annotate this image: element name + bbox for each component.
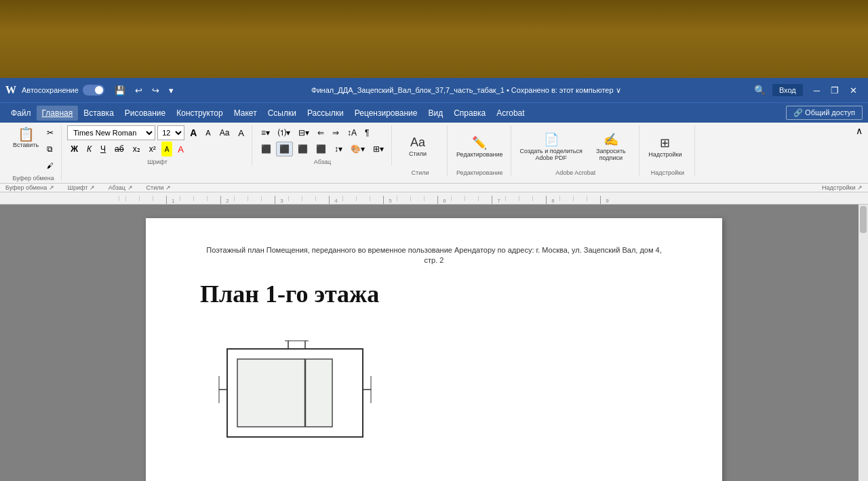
clear-format-button[interactable]: A — [235, 125, 248, 140]
align-center-button[interactable]: ⬛ — [276, 142, 293, 156]
paste-label: Вставить — [13, 142, 39, 148]
autosave-section: Автосохранение — [22, 85, 104, 96]
decrease-indent-button[interactable]: ⇐ — [314, 125, 328, 140]
menu-mailings[interactable]: Рассылки — [302, 106, 349, 121]
menu-design[interactable]: Конструктор — [171, 106, 228, 121]
cut-icon: ✂ — [47, 128, 54, 138]
save-button[interactable]: 💾 — [111, 84, 129, 97]
menu-insert[interactable]: Вставка — [78, 106, 119, 121]
menu-view[interactable]: Вид — [422, 106, 448, 121]
share-button[interactable]: 🔗 Общий доступ — [786, 106, 863, 120]
collapse-ribbon-button[interactable]: ∧ — [856, 125, 863, 136]
change-case-button[interactable]: Aa — [216, 125, 233, 140]
menu-file[interactable]: Файл — [5, 106, 37, 121]
minimize-button[interactable]: ─ — [808, 84, 825, 97]
addins-button[interactable]: ⊞ Надстройки — [645, 125, 686, 167]
styles-content: Aa Стили — [397, 125, 443, 167]
font-status[interactable]: Шрифт ↗ — [68, 184, 95, 191]
addins-icon: ⊞ — [660, 135, 670, 150]
grow-font-button[interactable]: A — [186, 125, 200, 140]
paragraph-group: ≡▾ ⑴▾ ⊟▾ ⇐ ⇒ ↕A ¶ ⬛ ⬛ ⬛ ⬛ ↕▾ 🎨▾ — [254, 125, 392, 165]
horizontal-ruler: 1 2 3 4 5 6 7 — [0, 192, 868, 205]
pdf-icon: 📄 — [544, 132, 559, 147]
doc-subtitle: Поэтажный план Помещения, переданного во… — [200, 245, 668, 266]
paragraph-mark-button[interactable]: ¶ — [361, 125, 372, 140]
underline-button[interactable]: Ч — [97, 142, 109, 156]
ribbon: 📋 Вставить ✂ ⧉ 🖌 Буфер обмена — [0, 123, 868, 184]
cut-button[interactable]: ✂ — [43, 125, 57, 140]
document-page[interactable]: Поэтажный план Помещения, переданного во… — [146, 218, 722, 481]
paragraph-status[interactable]: Абзац ↗ — [108, 184, 133, 191]
styles-status[interactable]: Стили ↗ — [146, 184, 171, 191]
font-color-button[interactable]: А — [174, 142, 187, 156]
redo-button[interactable]: ↪ — [149, 84, 163, 97]
menu-layout[interactable]: Макет — [229, 106, 262, 121]
title-right: 🔍 Вход — [750, 83, 803, 97]
font-family-select[interactable]: Times New Roman Arial Calibri — [67, 125, 155, 140]
addins-group: ⊞ Надстройки Надстройки — [641, 125, 695, 176]
subscript-button[interactable]: x₂ — [130, 142, 144, 156]
sort-button[interactable]: ↕A — [344, 125, 360, 140]
menu-review[interactable]: Рецензирование — [349, 106, 423, 121]
paste-icon: 📋 — [18, 127, 35, 141]
bullets-button[interactable]: ≡▾ — [258, 125, 273, 140]
italic-button[interactable]: К — [83, 142, 95, 156]
adobe-content: 📄 Создать и поделиться Adobe PDF ✍️ Запр… — [517, 125, 635, 167]
justify-button[interactable]: ⬛ — [313, 142, 330, 156]
shrink-font-button[interactable]: A — [202, 125, 214, 140]
menu-draw[interactable]: Рисование — [119, 106, 171, 121]
line-spacing-button[interactable]: ↕▾ — [331, 142, 346, 156]
font-label: Шрифт — [67, 158, 248, 165]
paste-button[interactable]: 📋 Вставить — [9, 125, 42, 150]
menu-references[interactable]: Ссылки — [262, 106, 302, 121]
window-controls: ─ ❐ ✕ — [808, 84, 863, 97]
editing-icon: ✏️ — [472, 135, 487, 150]
create-pdf-label: Создать и поделиться Adobe PDF — [520, 148, 583, 161]
scrollbar-thumb[interactable] — [860, 206, 867, 233]
font-size-select[interactable]: 12 10 14 16 — [157, 125, 184, 140]
styles-group: Aa Стили Стили — [393, 125, 448, 176]
copy-button[interactable]: ⧉ — [43, 142, 57, 156]
svg-rect-1 — [237, 359, 332, 427]
format-painter-button[interactable]: 🖌 — [43, 158, 57, 173]
increase-indent-button[interactable]: ⇒ — [329, 125, 342, 140]
multilevel-button[interactable]: ⊟▾ — [295, 125, 313, 140]
superscript-button[interactable]: x² — [146, 142, 159, 156]
addins-content: ⊞ Надстройки — [645, 125, 690, 167]
highlight-button[interactable]: А — [161, 142, 173, 156]
undo-button[interactable]: ↩ — [132, 84, 146, 97]
doc-heading: План 1-го этажа — [200, 280, 668, 308]
shading-button[interactable]: 🎨▾ — [347, 142, 368, 156]
menu-help[interactable]: Справка — [448, 106, 491, 121]
clipboard-status[interactable]: Буфер обмена ↗ — [5, 184, 54, 191]
styles-button[interactable]: Aa Стили — [397, 125, 438, 167]
menu-acrobat[interactable]: Acrobat — [491, 106, 530, 121]
addins-status[interactable]: Надстройки ↗ — [822, 184, 863, 191]
word-window: W Автосохранение 💾 ↩ ↪ ▾ Финал_ДДА_Зацеп… — [0, 78, 868, 481]
addins-label: Надстройки — [648, 151, 682, 158]
close-button[interactable]: ✕ — [844, 84, 863, 97]
editing-button[interactable]: ✏️ Редактирование — [453, 125, 507, 167]
editing-group: ✏️ Редактирование Редактирование — [449, 125, 511, 176]
borders-button[interactable]: ⊞▾ — [370, 142, 387, 156]
document-area[interactable]: Поэтажный план Помещения, переданного во… — [0, 205, 868, 481]
clipboard-group: 📋 Вставить ✂ ⧉ 🖌 Буфер обмена — [5, 125, 62, 182]
bezel-top — [0, 0, 868, 78]
numbering-button[interactable]: ⑴▾ — [275, 125, 294, 140]
align-left-button[interactable]: ⬛ — [258, 142, 275, 156]
align-right-button[interactable]: ⬛ — [294, 142, 311, 156]
customize-qat-button[interactable]: ▾ — [165, 84, 177, 97]
signin-button[interactable]: Вход — [772, 84, 803, 96]
vertical-scrollbar[interactable] — [859, 205, 868, 481]
bold-button[interactable]: Ж — [67, 142, 81, 156]
search-button[interactable]: 🔍 — [750, 83, 770, 97]
restore-button[interactable]: ❐ — [825, 84, 844, 97]
create-pdf-button[interactable]: 📄 Создать и поделиться Adobe PDF — [517, 125, 586, 167]
strikethrough-button[interactable]: аб — [111, 142, 127, 156]
paragraph-label: Абзац — [258, 158, 387, 165]
copy-icon: ⧉ — [47, 144, 53, 154]
autosave-toggle[interactable] — [83, 85, 104, 96]
request-sign-button[interactable]: ✍️ Запросить подписи — [587, 125, 635, 167]
para-controls: ≡▾ ⑴▾ ⊟▾ ⇐ ⇒ ↕A ¶ ⬛ ⬛ ⬛ ⬛ ↕▾ 🎨▾ — [258, 125, 387, 156]
menu-home[interactable]: Главная — [37, 106, 79, 121]
